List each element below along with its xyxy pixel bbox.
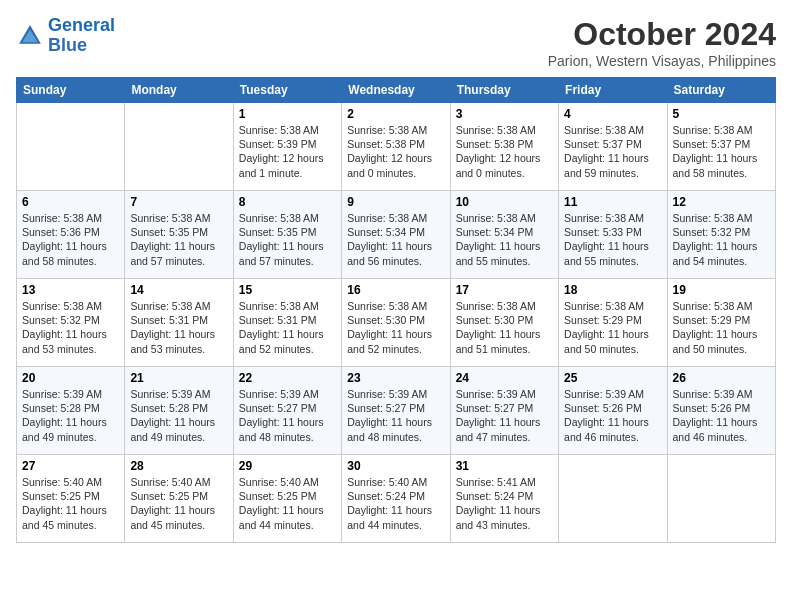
day-cell: 30Sunrise: 5:40 AMSunset: 5:24 PMDayligh…	[342, 455, 450, 543]
day-cell: 13Sunrise: 5:38 AMSunset: 5:32 PMDayligh…	[17, 279, 125, 367]
day-number: 4	[564, 107, 661, 121]
day-cell: 12Sunrise: 5:38 AMSunset: 5:32 PMDayligh…	[667, 191, 775, 279]
day-number: 22	[239, 371, 336, 385]
day-number: 14	[130, 283, 227, 297]
day-number: 24	[456, 371, 553, 385]
day-number: 5	[673, 107, 770, 121]
day-info: Sunrise: 5:38 AMSunset: 5:37 PMDaylight:…	[564, 123, 661, 180]
day-number: 17	[456, 283, 553, 297]
day-cell: 23Sunrise: 5:39 AMSunset: 5:27 PMDayligh…	[342, 367, 450, 455]
week-row-1: 1Sunrise: 5:38 AMSunset: 5:39 PMDaylight…	[17, 103, 776, 191]
day-info: Sunrise: 5:39 AMSunset: 5:26 PMDaylight:…	[673, 387, 770, 444]
weekday-friday: Friday	[559, 78, 667, 103]
day-number: 8	[239, 195, 336, 209]
day-number: 10	[456, 195, 553, 209]
day-cell: 14Sunrise: 5:38 AMSunset: 5:31 PMDayligh…	[125, 279, 233, 367]
day-info: Sunrise: 5:38 AMSunset: 5:31 PMDaylight:…	[239, 299, 336, 356]
day-cell	[559, 455, 667, 543]
day-info: Sunrise: 5:39 AMSunset: 5:27 PMDaylight:…	[347, 387, 444, 444]
day-info: Sunrise: 5:38 AMSunset: 5:38 PMDaylight:…	[347, 123, 444, 180]
day-cell: 8Sunrise: 5:38 AMSunset: 5:35 PMDaylight…	[233, 191, 341, 279]
day-cell: 10Sunrise: 5:38 AMSunset: 5:34 PMDayligh…	[450, 191, 558, 279]
day-cell: 6Sunrise: 5:38 AMSunset: 5:36 PMDaylight…	[17, 191, 125, 279]
day-info: Sunrise: 5:38 AMSunset: 5:34 PMDaylight:…	[347, 211, 444, 268]
day-info: Sunrise: 5:40 AMSunset: 5:25 PMDaylight:…	[239, 475, 336, 532]
day-number: 19	[673, 283, 770, 297]
day-number: 11	[564, 195, 661, 209]
week-row-2: 6Sunrise: 5:38 AMSunset: 5:36 PMDaylight…	[17, 191, 776, 279]
title-block: October 2024 Parion, Western Visayas, Ph…	[548, 16, 776, 69]
day-info: Sunrise: 5:38 AMSunset: 5:34 PMDaylight:…	[456, 211, 553, 268]
day-cell: 11Sunrise: 5:38 AMSunset: 5:33 PMDayligh…	[559, 191, 667, 279]
day-number: 25	[564, 371, 661, 385]
week-row-3: 13Sunrise: 5:38 AMSunset: 5:32 PMDayligh…	[17, 279, 776, 367]
day-cell: 27Sunrise: 5:40 AMSunset: 5:25 PMDayligh…	[17, 455, 125, 543]
weekday-header-row: SundayMondayTuesdayWednesdayThursdayFrid…	[17, 78, 776, 103]
day-info: Sunrise: 5:39 AMSunset: 5:27 PMDaylight:…	[456, 387, 553, 444]
day-info: Sunrise: 5:38 AMSunset: 5:30 PMDaylight:…	[456, 299, 553, 356]
day-number: 3	[456, 107, 553, 121]
day-number: 28	[130, 459, 227, 473]
day-info: Sunrise: 5:40 AMSunset: 5:25 PMDaylight:…	[130, 475, 227, 532]
day-cell	[17, 103, 125, 191]
day-info: Sunrise: 5:39 AMSunset: 5:27 PMDaylight:…	[239, 387, 336, 444]
day-cell: 9Sunrise: 5:38 AMSunset: 5:34 PMDaylight…	[342, 191, 450, 279]
day-info: Sunrise: 5:39 AMSunset: 5:28 PMDaylight:…	[130, 387, 227, 444]
calendar-table: SundayMondayTuesdayWednesdayThursdayFrid…	[16, 77, 776, 543]
day-number: 23	[347, 371, 444, 385]
day-info: Sunrise: 5:41 AMSunset: 5:24 PMDaylight:…	[456, 475, 553, 532]
day-number: 12	[673, 195, 770, 209]
weekday-wednesday: Wednesday	[342, 78, 450, 103]
day-cell: 28Sunrise: 5:40 AMSunset: 5:25 PMDayligh…	[125, 455, 233, 543]
weekday-saturday: Saturday	[667, 78, 775, 103]
day-cell: 15Sunrise: 5:38 AMSunset: 5:31 PMDayligh…	[233, 279, 341, 367]
day-cell: 22Sunrise: 5:39 AMSunset: 5:27 PMDayligh…	[233, 367, 341, 455]
day-number: 7	[130, 195, 227, 209]
weekday-thursday: Thursday	[450, 78, 558, 103]
calendar-body: 1Sunrise: 5:38 AMSunset: 5:39 PMDaylight…	[17, 103, 776, 543]
day-number: 15	[239, 283, 336, 297]
day-cell: 24Sunrise: 5:39 AMSunset: 5:27 PMDayligh…	[450, 367, 558, 455]
day-info: Sunrise: 5:38 AMSunset: 5:35 PMDaylight:…	[130, 211, 227, 268]
day-number: 20	[22, 371, 119, 385]
day-info: Sunrise: 5:38 AMSunset: 5:29 PMDaylight:…	[564, 299, 661, 356]
logo-icon	[16, 22, 44, 50]
day-number: 21	[130, 371, 227, 385]
page-header: General Blue October 2024 Parion, Wester…	[16, 16, 776, 69]
day-cell: 20Sunrise: 5:39 AMSunset: 5:28 PMDayligh…	[17, 367, 125, 455]
day-info: Sunrise: 5:38 AMSunset: 5:32 PMDaylight:…	[22, 299, 119, 356]
day-number: 18	[564, 283, 661, 297]
day-info: Sunrise: 5:40 AMSunset: 5:24 PMDaylight:…	[347, 475, 444, 532]
logo-blue: Blue	[48, 35, 87, 55]
day-info: Sunrise: 5:38 AMSunset: 5:30 PMDaylight:…	[347, 299, 444, 356]
day-cell: 4Sunrise: 5:38 AMSunset: 5:37 PMDaylight…	[559, 103, 667, 191]
day-number: 9	[347, 195, 444, 209]
day-info: Sunrise: 5:38 AMSunset: 5:37 PMDaylight:…	[673, 123, 770, 180]
logo: General Blue	[16, 16, 115, 56]
day-info: Sunrise: 5:40 AMSunset: 5:25 PMDaylight:…	[22, 475, 119, 532]
day-number: 26	[673, 371, 770, 385]
day-number: 6	[22, 195, 119, 209]
day-cell: 3Sunrise: 5:38 AMSunset: 5:38 PMDaylight…	[450, 103, 558, 191]
day-number: 31	[456, 459, 553, 473]
day-number: 13	[22, 283, 119, 297]
month-title: October 2024	[548, 16, 776, 53]
day-number: 16	[347, 283, 444, 297]
day-number: 29	[239, 459, 336, 473]
week-row-4: 20Sunrise: 5:39 AMSunset: 5:28 PMDayligh…	[17, 367, 776, 455]
day-cell	[667, 455, 775, 543]
day-cell: 7Sunrise: 5:38 AMSunset: 5:35 PMDaylight…	[125, 191, 233, 279]
day-cell: 17Sunrise: 5:38 AMSunset: 5:30 PMDayligh…	[450, 279, 558, 367]
day-number: 1	[239, 107, 336, 121]
day-cell: 19Sunrise: 5:38 AMSunset: 5:29 PMDayligh…	[667, 279, 775, 367]
day-info: Sunrise: 5:38 AMSunset: 5:38 PMDaylight:…	[456, 123, 553, 180]
day-cell: 26Sunrise: 5:39 AMSunset: 5:26 PMDayligh…	[667, 367, 775, 455]
logo-general: General	[48, 15, 115, 35]
day-cell: 31Sunrise: 5:41 AMSunset: 5:24 PMDayligh…	[450, 455, 558, 543]
day-info: Sunrise: 5:39 AMSunset: 5:26 PMDaylight:…	[564, 387, 661, 444]
weekday-sunday: Sunday	[17, 78, 125, 103]
day-cell: 1Sunrise: 5:38 AMSunset: 5:39 PMDaylight…	[233, 103, 341, 191]
day-number: 30	[347, 459, 444, 473]
day-cell: 16Sunrise: 5:38 AMSunset: 5:30 PMDayligh…	[342, 279, 450, 367]
day-info: Sunrise: 5:38 AMSunset: 5:32 PMDaylight:…	[673, 211, 770, 268]
